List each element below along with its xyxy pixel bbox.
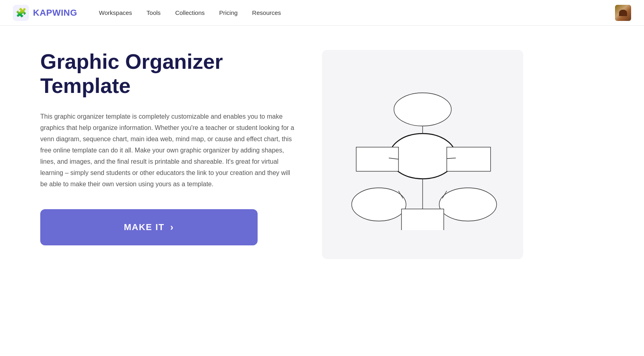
header: 🧩 KAPWING Workspaces Tools Collections P…: [0, 0, 644, 26]
svg-point-1: [394, 93, 452, 126]
make-it-arrow-icon: ›: [170, 222, 174, 233]
nav-item-collections[interactable]: Collections: [169, 6, 210, 19]
logo-text: KAPWING: [33, 8, 77, 18]
header-left: 🧩 KAPWING Workspaces Tools Collections P…: [13, 5, 287, 21]
page-title: Graphic Organizer Template: [40, 50, 298, 98]
logo[interactable]: 🧩 KAPWING: [13, 5, 77, 21]
svg-point-7: [352, 188, 406, 221]
organizer-diagram: [338, 79, 507, 230]
make-it-button[interactable]: MAKE IT ›: [40, 209, 258, 245]
svg-point-9: [439, 188, 497, 221]
svg-rect-11: [402, 209, 444, 230]
graphic-organizer-preview: [322, 50, 523, 259]
svg-rect-5: [447, 147, 491, 171]
nav-item-resources[interactable]: Resources: [246, 6, 287, 19]
content-left: Graphic Organizer Template This graphic …: [40, 50, 298, 245]
main-nav: Workspaces Tools Collections Pricing Res…: [93, 6, 287, 19]
nav-item-pricing[interactable]: Pricing: [214, 6, 244, 19]
nav-item-tools[interactable]: Tools: [141, 6, 166, 19]
svg-point-0: [390, 134, 456, 179]
make-it-label: MAKE IT: [124, 222, 165, 233]
page-description: This graphic organizer template is compl…: [40, 111, 298, 190]
avatar-image: [615, 5, 631, 21]
nav-item-workspaces[interactable]: Workspaces: [93, 6, 138, 19]
svg-rect-3: [356, 147, 398, 171]
user-avatar[interactable]: [615, 5, 631, 21]
main-content: Graphic Organizer Template This graphic …: [0, 26, 564, 283]
logo-icon: 🧩: [13, 5, 29, 21]
